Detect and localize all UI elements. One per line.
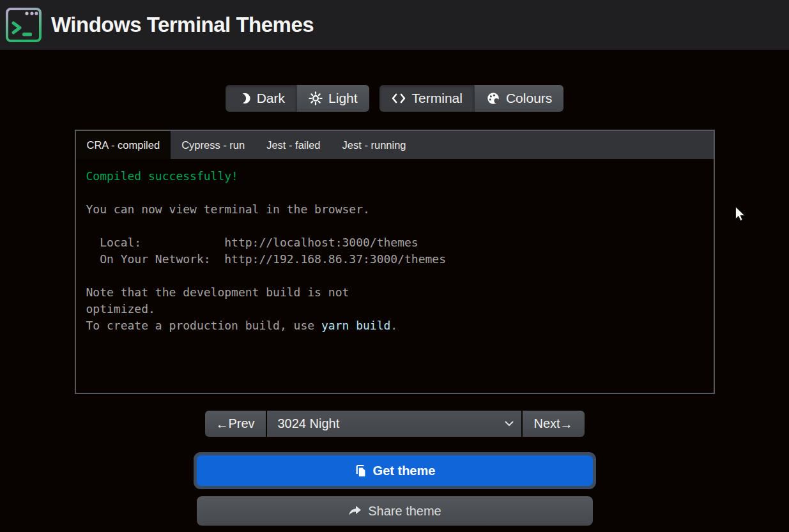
get-theme-button[interactable]: Get theme — [197, 455, 593, 486]
terminal-line: Note that the development build is not — [86, 284, 703, 301]
app-header: Windows Terminal Themes — [0, 0, 789, 50]
copy-icon — [354, 464, 367, 478]
colours-view-label: Colours — [506, 91, 552, 106]
terminal-app-icon — [5, 7, 42, 43]
terminal-line: You can now view terminal in the browser… — [86, 201, 703, 218]
dark-mode-button[interactable]: Dark — [226, 85, 296, 112]
terminal-line: To create a production build, use yarn b… — [86, 317, 703, 334]
theme-select-value: 3024 Night — [278, 416, 505, 431]
theme-controls: ←Prev 3024 Night Next→ — [205, 411, 585, 437]
arrow-right-icon: → — [560, 418, 573, 430]
terminal-view-label: Terminal — [412, 91, 463, 106]
next-theme-button[interactable]: Next→ — [523, 411, 585, 437]
view-toggle-group: Terminal Colours — [379, 85, 564, 112]
terminal-line: On Your Network: http://192.168.86.37:30… — [86, 251, 703, 268]
terminal-view-button[interactable]: Terminal — [379, 85, 474, 112]
terminal-line — [86, 268, 703, 284]
sun-icon — [309, 91, 323, 105]
chevron-down-icon — [505, 421, 514, 427]
mouse-cursor — [735, 206, 746, 223]
share-theme-label: Share theme — [368, 504, 441, 519]
terminal-line: optimized. — [86, 301, 703, 317]
next-theme-label: Next — [533, 416, 560, 431]
share-icon — [348, 505, 362, 517]
tab-jest-failed[interactable]: Jest - failed — [256, 131, 331, 159]
palette-icon — [486, 91, 500, 105]
toggle-row: Dark Light — [0, 85, 789, 112]
get-theme-label: Get theme — [373, 464, 436, 478]
tab-cypress-run[interactable]: Cypress - run — [171, 131, 256, 159]
theme-select[interactable]: 3024 Night — [267, 411, 521, 437]
get-theme-focus-ring: Get theme — [194, 452, 596, 489]
arrow-left-icon: ← — [215, 418, 228, 430]
tab-cra-compiled[interactable]: CRA - compiled — [76, 131, 171, 159]
moon-icon — [237, 91, 251, 105]
terminal-output: Compiled successfully! You can now view … — [76, 159, 714, 393]
terminal-tabs: CRA - compiledCypress - runJest - failed… — [76, 131, 714, 159]
terminal-line — [86, 185, 703, 201]
terminal-window: CRA - compiledCypress - runJest - failed… — [75, 130, 715, 394]
share-theme-button[interactable]: Share theme — [197, 496, 593, 526]
terminal-line: Compiled successfully! — [86, 168, 703, 185]
mode-toggle-group: Dark Light — [226, 85, 369, 112]
prev-theme-button[interactable]: ←Prev — [205, 411, 266, 437]
terminal-line: Local: http://localhost:3000/themes — [86, 234, 703, 251]
colours-view-button[interactable]: Colours — [474, 85, 563, 112]
tab-jest-running[interactable]: Jest - running — [332, 131, 417, 159]
dark-mode-label: Dark — [257, 91, 285, 106]
page-title: Windows Terminal Themes — [51, 13, 314, 37]
prev-theme-label: Prev — [228, 416, 254, 431]
light-mode-label: Light — [328, 91, 358, 106]
light-mode-button[interactable]: Light — [296, 85, 369, 112]
terminal-line — [86, 218, 703, 234]
code-brackets-icon — [391, 92, 406, 105]
